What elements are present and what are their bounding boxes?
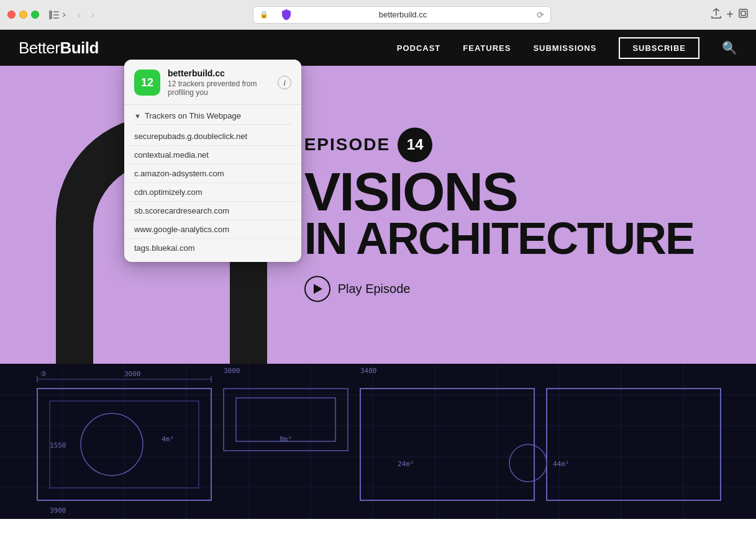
search-icon[interactable]: 🔍: [722, 40, 737, 55]
svg-text:3900: 3900: [50, 507, 66, 515]
forward-button[interactable]: ›: [87, 8, 98, 22]
popup-info-button[interactable]: i: [278, 76, 291, 89]
svg-text:③: ③: [40, 370, 47, 378]
privacy-popup: 12 betterbuild.cc 12 trackers prevented …: [124, 60, 301, 262]
nav-links: PODCAST FEATURES SUBMISSIONS SUBSCRIBE 🔍: [397, 37, 737, 59]
tracker-item: cdn.optimizely.com: [124, 183, 301, 202]
tracker-list: securepubads.g.doubleclick.net contextua…: [124, 125, 301, 262]
popup-section-header[interactable]: ▼ Trackers on This Webpage: [124, 105, 301, 124]
reload-button[interactable]: ⟳: [537, 10, 544, 20]
svg-rect-3: [53, 17, 59, 19]
tracker-item: c.amazon-adsystem.com: [124, 164, 301, 183]
nav-features[interactable]: FEATURES: [463, 43, 511, 53]
svg-text:3400: 3400: [360, 367, 377, 375]
svg-text:3000: 3000: [224, 367, 240, 375]
fullscreen-button[interactable]: [31, 11, 39, 19]
url-bar-area: 🔒 betterbuild.cc ⟳: [103, 6, 702, 24]
nav-podcast[interactable]: PODCAST: [397, 43, 441, 53]
browser-actions: +: [711, 7, 749, 22]
logo-light: Better: [19, 38, 60, 57]
tabs-button[interactable]: [739, 9, 749, 21]
back-button[interactable]: ‹: [74, 8, 84, 22]
shield-badge: 12: [134, 70, 160, 96]
tracker-item: contextual.media.net: [124, 146, 301, 164]
chevron-down-icon: ▼: [134, 112, 141, 120]
episode-text: EPISODE: [304, 135, 390, 155]
popup-header-text: betterbuild.cc 12 trackers prevented fro…: [168, 68, 270, 97]
url-bar[interactable]: 🔒 betterbuild.cc ⟳: [253, 6, 551, 24]
episode-number: 14: [398, 127, 432, 162]
svg-rect-0: [49, 11, 52, 19]
browser-chrome: ‹ › 🔒 betterbuild.cc ⟳ +: [0, 0, 756, 30]
play-episode-button[interactable]: Play Episode: [304, 276, 694, 302]
nav-submissions[interactable]: SUBMISSIONS: [533, 43, 596, 53]
shield-tracker-icon[interactable]: [281, 8, 291, 22]
lock-icon: 🔒: [260, 11, 268, 19]
svg-text:44m²: 44m²: [553, 460, 570, 468]
site-logo: BetterBuild: [19, 38, 99, 58]
play-circle-icon: [304, 276, 330, 302]
tracker-item: www.google-analytics.com: [124, 220, 301, 239]
nav-buttons: ‹ ›: [74, 8, 98, 22]
popup-subtitle: 12 trackers prevented from profiling you: [168, 79, 270, 97]
url-text: betterbuild.cc: [272, 10, 533, 19]
subscribe-button[interactable]: SUBSCRIBE: [619, 37, 699, 59]
popup-header: 12 betterbuild.cc 12 trackers prevented …: [124, 60, 301, 105]
hero-content: EPISODE 14 VISIONS IN ARCHITECTURE Play …: [304, 127, 694, 302]
trackers-section-label: Trackers on This Webpage: [145, 111, 241, 120]
play-label: Play Episode: [338, 282, 411, 296]
blueprint-section: ③ 3900 4m² 8m² 24m² 44m² 3000 3400 3000 …: [0, 364, 756, 519]
hero-section: EPISODE 14 VISIONS IN ARCHITECTURE Play …: [0, 66, 756, 364]
share-button[interactable]: [711, 8, 721, 22]
svg-text:3000: 3000: [124, 370, 141, 378]
svg-rect-2: [53, 14, 59, 16]
tracker-item-partial: tags.bluekai.com: [124, 239, 301, 257]
tracker-item: securepubads.g.doubleclick.net: [124, 127, 301, 146]
svg-text:24m²: 24m²: [398, 460, 414, 468]
traffic-lights: [7, 11, 39, 19]
svg-rect-1: [53, 11, 59, 12]
svg-text:4m²: 4m²: [162, 435, 174, 443]
svg-rect-5: [741, 11, 745, 16]
episode-label: EPISODE 14: [304, 127, 694, 162]
hero-title-visions: VISIONS: [304, 167, 694, 216]
hero-title-architecture: IN ARCHITECTURE: [304, 217, 694, 261]
close-button[interactable]: [7, 11, 16, 19]
new-tab-button[interactable]: +: [726, 7, 734, 22]
svg-rect-4: [739, 9, 747, 17]
svg-text:8m²: 8m²: [280, 435, 292, 443]
play-triangle-icon: [314, 284, 322, 294]
site-navigation: BetterBuild PODCAST FEATURES SUBMISSIONS…: [0, 30, 756, 66]
tracker-count-badge: 12: [141, 76, 153, 89]
blueprint-drawing: ③ 3900 4m² 8m² 24m² 44m² 3000 3400 3000 …: [0, 364, 756, 519]
logo-bold: Build: [60, 38, 99, 57]
minimize-button[interactable]: [19, 11, 27, 19]
website-content: BetterBuild PODCAST FEATURES SUBMISSIONS…: [0, 30, 756, 545]
popup-site-name: betterbuild.cc: [168, 68, 270, 78]
sidebar-button[interactable]: [49, 11, 66, 19]
tracker-item: sb.scorecardresearch.com: [124, 202, 301, 220]
svg-rect-6: [0, 364, 756, 519]
svg-text:1550: 1550: [50, 441, 66, 449]
